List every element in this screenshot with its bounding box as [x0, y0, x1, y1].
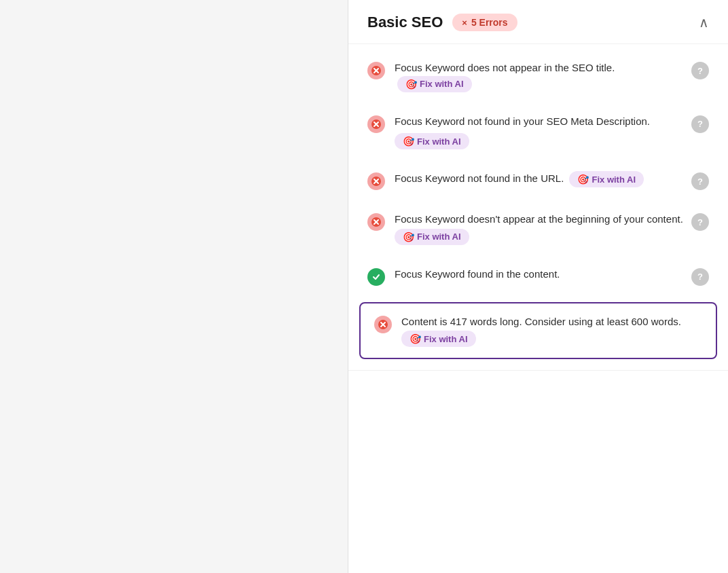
left-panel: [0, 0, 348, 573]
fix-ai-label-4: Fix with AI: [417, 232, 461, 242]
fix-ai-label-1: Fix with AI: [420, 79, 464, 89]
seo-item-4: Focus Keyword doesn't appear at the begi…: [348, 201, 728, 256]
seo-item-1: Focus Keyword does not appear in the SEO…: [348, 50, 728, 103]
error-icon-4: [367, 213, 385, 231]
fix-ai-label-6: Fix with AI: [424, 334, 468, 344]
bottom-divider: [348, 370, 728, 371]
fix-ai-button-1[interactable]: 🎯 Fix with AI: [397, 76, 472, 92]
error-icon-2: [367, 115, 385, 133]
seo-item-3: Focus Keyword not found in the URL. 🎯 Fi…: [348, 160, 728, 201]
fix-ai-label-3: Fix with AI: [592, 174, 636, 185]
ai-icon-2: 🎯: [403, 136, 414, 147]
seo-items-list: Focus Keyword does not appear in the SEO…: [348, 44, 728, 370]
item-content-3: Focus Keyword not found in the URL. 🎯 Fi…: [395, 171, 683, 187]
success-icon-5: [367, 268, 385, 286]
error-icon-1: [367, 62, 385, 79]
collapse-button[interactable]: ∧: [699, 16, 709, 29]
errors-count: 5 Errors: [471, 17, 508, 28]
help-icon-4[interactable]: ?: [691, 213, 709, 231]
item-content-4: Focus Keyword doesn't appear at the begi…: [395, 212, 683, 245]
section-title-group: Basic SEO × 5 Errors: [367, 14, 517, 31]
right-panel: Basic SEO × 5 Errors ∧ Focus Keyword doe…: [348, 0, 728, 573]
ai-icon-4: 🎯: [403, 232, 414, 242]
item-content-6: Content is 417 words long. Consider usin…: [401, 314, 702, 348]
errors-badge: × 5 Errors: [452, 14, 517, 31]
seo-item-5: Focus Keyword found in the content. ?: [348, 256, 728, 297]
error-icon-3: [367, 172, 385, 190]
help-icon-5[interactable]: ?: [691, 268, 709, 286]
ai-icon-3: 🎯: [577, 174, 588, 185]
fix-ai-button-4[interactable]: 🎯 Fix with AI: [395, 229, 469, 245]
seo-item-6: Content is 417 words long. Consider usin…: [359, 302, 717, 360]
help-icon-1[interactable]: ?: [691, 62, 709, 79]
fix-ai-button-3[interactable]: 🎯 Fix with AI: [569, 171, 644, 187]
badge-x-icon: ×: [462, 18, 467, 28]
fix-ai-label-2: Fix with AI: [417, 136, 461, 147]
item-content-2: Focus Keyword not found in your SEO Meta…: [395, 114, 683, 150]
ai-icon-1: 🎯: [405, 79, 416, 90]
section-header: Basic SEO × 5 Errors ∧: [348, 0, 728, 44]
error-icon-6: [374, 316, 392, 333]
seo-item-2: Focus Keyword not found in your SEO Meta…: [348, 103, 728, 161]
fix-ai-button-2[interactable]: 🎯 Fix with AI: [395, 133, 469, 149]
item-content-1: Focus Keyword does not appear in the SEO…: [395, 60, 683, 92]
fix-ai-button-6[interactable]: 🎯 Fix with AI: [401, 331, 476, 347]
help-icon-3[interactable]: ?: [691, 172, 709, 190]
section-title: Basic SEO: [367, 14, 443, 31]
item-content-5: Focus Keyword found in the content.: [395, 267, 683, 282]
help-icon-2[interactable]: ?: [691, 115, 709, 133]
ai-icon-6: 🎯: [410, 333, 420, 344]
